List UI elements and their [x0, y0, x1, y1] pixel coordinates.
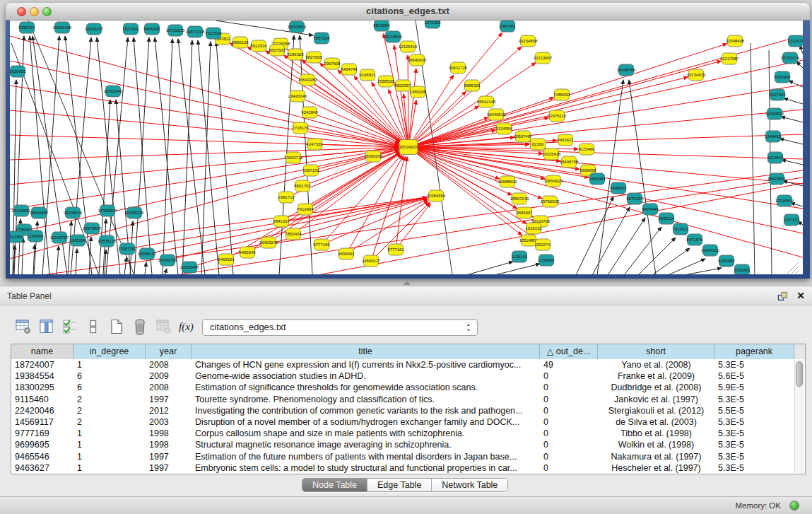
graph-node[interactable]: 62160	[531, 139, 546, 150]
table-row[interactable]: 1938455462009Genome-wide association stu…	[11, 370, 805, 382]
table-cell[interactable]: Investigating the contribution of common…	[192, 405, 540, 416]
graph-node[interactable]: 1981710	[278, 192, 295, 203]
graph-node[interactable]: 19218506	[384, 31, 403, 42]
graph-node[interactable]: 8912934	[250, 40, 267, 52]
column-header[interactable]: name	[11, 344, 73, 359]
table-row[interactable]: 946554611997Estimation of the future num…	[11, 451, 805, 462]
graph-node[interactable]: 25206551	[12, 205, 31, 216]
graph-node[interactable]: 9474444	[642, 204, 659, 215]
graph-node[interactable]: 9586326	[464, 80, 481, 91]
checkbox-list-icon[interactable]	[84, 317, 102, 337]
graph-node[interactable]: 1366205	[409, 86, 426, 98]
graph-node[interactable]: 1156869	[28, 230, 45, 242]
table-cell[interactable]: Corpus callosum shape and size in male p…	[192, 428, 540, 439]
graph-node[interactable]: 2620655	[10, 66, 26, 77]
table-cell[interactable]: 0	[540, 428, 598, 439]
graph-node[interactable]: 9115460	[579, 144, 596, 155]
graph-node[interactable]: 1136141	[512, 251, 529, 262]
graph-node[interactable]: 15751074	[781, 52, 800, 64]
table-row[interactable]: 977716911998Corpus callosum shape and si…	[11, 428, 805, 439]
graph-node[interactable]: 9827508	[305, 52, 322, 63]
graph-edge[interactable]	[782, 160, 803, 165]
graph-node[interactable]: 18923991	[767, 173, 787, 185]
table-cell[interactable]: 2	[73, 394, 146, 405]
graph-edge[interactable]	[779, 139, 803, 144]
graph-node[interactable]: 23420046	[288, 90, 307, 102]
table-cell[interactable]: Tourette syndrome. Phenomenology and cla…	[192, 394, 540, 405]
table-cell[interactable]: 2003	[146, 416, 192, 428]
table-cell[interactable]: Tibbo et al. (1998)	[598, 428, 714, 439]
table-cell[interactable]: 9463627	[11, 462, 73, 474]
graph-node[interactable]: 2967608	[324, 58, 341, 69]
citation-network-graph[interactable]: 1872400719384554183002957163822886012889…	[10, 21, 803, 274]
graph-node[interactable]: 12325419	[399, 41, 418, 52]
graph-node[interactable]: 252274	[536, 239, 551, 250]
graph-node[interactable]: 19654923	[544, 175, 563, 187]
table-cell[interactable]: 5.9E-5	[714, 382, 794, 393]
graph-node[interactable]: 19611726	[449, 62, 468, 74]
delete-rows-icon[interactable]	[131, 317, 149, 337]
table-cell[interactable]: 14569117	[11, 416, 73, 428]
table-cell[interactable]: 2	[73, 416, 146, 428]
graph-node[interactable]: 6879197	[626, 193, 643, 204]
table-cell[interactable]: 1997	[146, 394, 192, 405]
graph-node[interactable]: 19384554	[427, 190, 446, 201]
graph-node[interactable]: 9329966	[774, 71, 791, 83]
table-cell[interactable]: 18300295	[11, 382, 73, 393]
graph-node[interactable]: 2588520	[377, 76, 394, 87]
graph-node[interactable]: 9355724	[18, 22, 35, 33]
table-cell[interactable]: 1998	[146, 439, 192, 450]
graph-node[interactable]: 1112474	[788, 35, 803, 47]
graph-edge[interactable]	[576, 197, 613, 274]
graph-node[interactable]: 6466140	[143, 23, 160, 35]
graph-node[interactable]: 7632621	[672, 223, 689, 235]
graph-node[interactable]: 7857224	[313, 33, 330, 44]
graph-node[interactable]: 9841307	[273, 216, 290, 227]
table-cell[interactable]: 0	[540, 451, 598, 462]
graph-node[interactable]: 8471676	[686, 234, 703, 245]
column-header[interactable]: short	[598, 344, 714, 359]
table-cell[interactable]: 1998	[146, 428, 192, 439]
graph-node[interactable]: 18640935	[408, 54, 427, 66]
graph-node[interactable]: 16033809	[288, 21, 307, 33]
table-cell[interactable]: 5.3E-5	[714, 416, 794, 428]
table-cell[interactable]: 9777169	[11, 428, 73, 439]
table-cell[interactable]: Dudbridge et al. (2008)	[598, 382, 714, 393]
table-cell[interactable]: 5.3E-5	[714, 359, 794, 370]
graph-edge[interactable]	[163, 39, 172, 274]
graph-node[interactable]: 12213967	[534, 52, 553, 64]
graph-node[interactable]: 23602711	[284, 152, 303, 163]
graph-node[interactable]: 20053346	[104, 86, 123, 97]
graph-node[interactable]: 14569117	[362, 255, 381, 267]
graph-node[interactable]: 18724007	[399, 140, 418, 155]
graph-node[interactable]: 9463627	[557, 134, 574, 146]
graph-node[interactable]: 10654112	[701, 245, 720, 256]
graph-edge[interactable]	[182, 40, 192, 274]
table-cell[interactable]: Estimation of significance thresholds fo…	[192, 382, 540, 393]
table-row[interactable]: 1830029562008Estimation of significance …	[11, 382, 805, 393]
table-cell[interactable]: Hescheler et al. (1997)	[598, 462, 714, 474]
table-cell[interactable]: 0	[540, 416, 598, 428]
table-cell[interactable]: 5.6E-5	[714, 370, 794, 382]
table-cell[interactable]: Nakamura et al. (1997)	[598, 451, 714, 462]
tab-node-table[interactable]: Node Table	[302, 479, 367, 491]
graph-node[interactable]: 3913954	[10, 231, 24, 243]
table-cell[interactable]: 5.3E-5	[714, 439, 794, 450]
table-cell[interactable]: 9699695	[11, 439, 73, 450]
graph-node[interactable]: 18904987	[30, 207, 49, 218]
table-cell[interactable]: Structural magnetic resonance image aver…	[192, 439, 540, 450]
graph-node[interactable]: 8454749	[341, 64, 358, 75]
table-cell[interactable]: Changes of HCN gene expression and I(f) …	[192, 359, 540, 370]
column-header[interactable]: year	[146, 344, 192, 359]
graph-node[interactable]: 1053411	[734, 264, 751, 274]
float-panel-icon[interactable]	[777, 291, 788, 302]
graph-edge[interactable]	[751, 43, 755, 274]
graph-node[interactable]: 2718176	[292, 122, 309, 134]
graph-node[interactable]: 2935114	[659, 213, 676, 224]
graph-edge[interactable]	[791, 203, 803, 206]
table-cell[interactable]: Stergiakouli et al. (2012)	[598, 405, 714, 416]
graph-node[interactable]: 14671338	[186, 26, 205, 37]
graph-node[interactable]: 4247520	[306, 139, 323, 150]
graph-node[interactable]: 13505135	[98, 235, 117, 247]
graph-edge[interactable]	[784, 98, 803, 104]
